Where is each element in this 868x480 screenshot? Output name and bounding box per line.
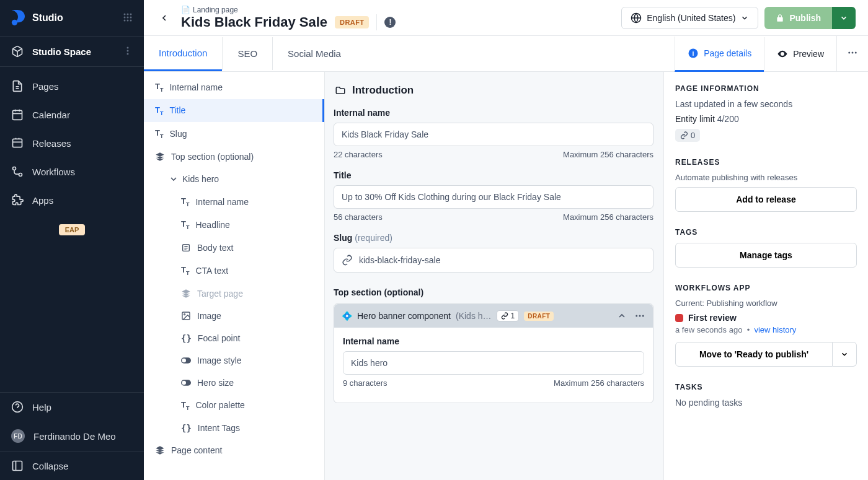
svg-point-31	[182, 380, 186, 385]
back-button[interactable]	[156, 10, 172, 26]
svg-point-32	[636, 315, 637, 317]
tabs-right: iPage details Preview	[675, 36, 868, 71]
calendar-icon	[11, 108, 24, 121]
outline-kh-image[interactable]: Image	[144, 305, 324, 327]
internal-name-label: Internal name	[334, 108, 653, 118]
studio-logo-icon	[11, 10, 25, 26]
manage-tags-button[interactable]: Manage tags	[675, 243, 857, 268]
page-title-row: Kids Black Friday Sale DRAFT !	[181, 14, 396, 30]
sidebar-item-collapse[interactable]: Collapse	[0, 451, 144, 480]
publish-group: Publish	[764, 7, 856, 29]
outline-kh-focal-point[interactable]: {}Focal point	[144, 327, 324, 349]
links-chip[interactable]: 0	[675, 129, 700, 142]
more-actions-button[interactable]	[836, 36, 868, 71]
move-button[interactable]: Move to 'Ready to publish'	[675, 342, 833, 367]
panel-tags: TAGS Manage tags	[675, 228, 857, 268]
toggle-icon	[181, 378, 191, 388]
workflow-icon	[11, 165, 24, 178]
svg-point-23	[852, 52, 854, 54]
logo-area: Studio	[0, 0, 144, 36]
outline-kh-target-page[interactable]: Target page	[144, 282, 324, 305]
sidebar-item-apps[interactable]: Apps	[0, 186, 144, 214]
help-icon	[11, 401, 24, 413]
content-area: TTInternal name TTTitle TTSlug Top secti…	[144, 72, 868, 480]
chevron-down-icon	[169, 174, 179, 184]
outline-kh-intent-tags[interactable]: {}Intent Tags	[144, 417, 324, 439]
svg-text:i: i	[693, 49, 694, 56]
svg-point-11	[127, 50, 129, 51]
component-card: 💠 Hero banner component (Kids h… 1 DRAFT…	[334, 303, 653, 403]
svg-point-12	[127, 53, 129, 55]
tab-page-details[interactable]: iPage details	[675, 37, 764, 72]
outline-kh-headline[interactable]: TTHeadline	[144, 213, 324, 237]
text-icon: TT	[181, 196, 189, 207]
space-name: Studio Space	[32, 46, 91, 57]
outline-page-content[interactable]: Page content	[144, 439, 324, 461]
publish-menu-button[interactable]	[832, 7, 856, 29]
tab-social[interactable]: Social Media	[272, 37, 356, 70]
component-status-badge: DRAFT	[524, 312, 554, 321]
comp-internal-name-input[interactable]	[343, 351, 644, 375]
workflow-meta: a few seconds ago • view history	[675, 325, 857, 334]
outline-kh-cta-text[interactable]: TTCTA text	[144, 259, 324, 282]
tab-seo[interactable]: SEO	[222, 37, 272, 70]
apps-grid-icon[interactable]	[123, 12, 133, 24]
title-input[interactable]	[334, 185, 653, 209]
sidebar-item-user[interactable]: FDFerdinando De Meo	[0, 421, 144, 451]
tab-preview[interactable]: Preview	[764, 37, 836, 71]
text-icon: TT	[155, 128, 163, 139]
field-internal-name: Internal name 22 charactersMaximum 256 c…	[334, 108, 653, 159]
outline-internal-name[interactable]: TTInternal name	[144, 76, 324, 99]
sidebar-item-workflows[interactable]: Workflows	[0, 157, 144, 186]
cube-icon	[11, 45, 24, 58]
info-icon[interactable]: !	[384, 17, 396, 28]
layers-icon	[155, 445, 165, 455]
main: 📄Landing page Kids Black Friday Sale DRA…	[144, 0, 868, 480]
outline-kh-hero-size[interactable]: Hero size	[144, 372, 324, 394]
sidebar-item-releases[interactable]: Releases	[0, 129, 144, 157]
outline-kh-body-text[interactable]: Body text	[144, 237, 324, 259]
chevron-up-icon[interactable]	[617, 311, 627, 321]
view-history-link[interactable]: view history	[754, 325, 796, 334]
outline-kh-internal-name[interactable]: TTInternal name	[144, 190, 324, 214]
status-dot	[675, 314, 683, 322]
svg-point-10	[127, 46, 129, 48]
slug-value[interactable]: kids-black-friday-sale	[359, 255, 440, 265]
link-count-badge: 1	[497, 310, 520, 321]
eap-badge: EAP	[59, 224, 85, 235]
image-icon	[181, 311, 191, 321]
more-horiz-icon[interactable]	[634, 310, 645, 321]
outline-kh-color-palette[interactable]: TTColor palette	[144, 394, 324, 417]
info-icon: i	[688, 48, 699, 59]
space-selector[interactable]: Studio Space	[0, 36, 144, 67]
text-icon: TT	[155, 105, 163, 116]
text-icon: TT	[181, 400, 189, 411]
move-menu-button[interactable]	[833, 342, 857, 367]
publish-button[interactable]: Publish	[764, 7, 832, 29]
page-type-icon: 📄	[181, 6, 190, 14]
sidebar-item-pages[interactable]: Pages	[0, 72, 144, 100]
topbar: 📄Landing page Kids Black Friday Sale DRA…	[144, 0, 868, 36]
svg-point-5	[127, 16, 129, 18]
svg-point-4	[124, 16, 126, 18]
more-vert-icon[interactable]	[123, 46, 133, 58]
sidebar-item-help[interactable]: Help	[0, 393, 144, 421]
locale-selector[interactable]: English (United States)	[621, 7, 758, 29]
breadcrumb: 📄Landing page	[181, 6, 396, 14]
internal-name-input[interactable]	[334, 123, 653, 146]
sidebar-bottom: Help FDFerdinando De Meo Collapse	[0, 392, 144, 480]
status-badge: DRAFT	[335, 16, 369, 28]
outline-kids-hero[interactable]: Kids hero	[144, 168, 324, 190]
page-icon	[11, 80, 24, 92]
tab-introduction[interactable]: Introduction	[144, 37, 222, 71]
sidebar-item-calendar[interactable]: Calendar	[0, 100, 144, 129]
outline-title[interactable]: TTTitle	[144, 99, 324, 123]
outline-kh-image-style[interactable]: Image style	[144, 349, 324, 372]
svg-point-8	[127, 19, 129, 21]
add-release-button[interactable]: Add to release	[675, 187, 857, 212]
title-label: Title	[334, 170, 653, 180]
component-header[interactable]: 💠 Hero banner component (Kids h… 1 DRAFT	[334, 304, 653, 328]
outline-slug[interactable]: TTSlug	[144, 122, 324, 146]
braces-icon: {}	[181, 423, 192, 433]
outline-top-section[interactable]: Top section (optional)	[144, 146, 324, 168]
